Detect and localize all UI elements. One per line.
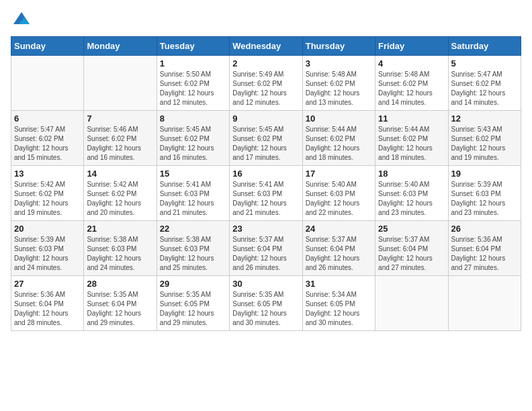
col-header-saturday: Saturday <box>448 37 521 56</box>
calendar-cell: 6Sunrise: 5:47 AM Sunset: 6:02 PM Daylig… <box>11 111 84 166</box>
day-info: Sunrise: 5:37 AM Sunset: 6:04 PM Dayligh… <box>232 235 299 273</box>
day-info: Sunrise: 5:48 AM Sunset: 6:02 PM Dayligh… <box>378 70 445 107</box>
day-info: Sunrise: 5:47 AM Sunset: 6:02 PM Dayligh… <box>14 125 81 163</box>
calendar-cell: 7Sunrise: 5:46 AM Sunset: 6:02 PM Daylig… <box>84 111 157 166</box>
calendar-table: SundayMondayTuesdayWednesdayThursdayFrid… <box>11 36 521 331</box>
day-number: 27 <box>14 279 81 289</box>
day-info: Sunrise: 5:42 AM Sunset: 6:02 PM Dayligh… <box>14 180 81 218</box>
day-info: Sunrise: 5:39 AM Sunset: 6:03 PM Dayligh… <box>451 180 518 218</box>
calendar-week-3: 13Sunrise: 5:42 AM Sunset: 6:02 PM Dayli… <box>11 166 521 221</box>
day-info: Sunrise: 5:38 AM Sunset: 6:03 PM Dayligh… <box>87 235 153 273</box>
calendar-cell: 16Sunrise: 5:41 AM Sunset: 6:03 PM Dayli… <box>230 166 302 221</box>
day-number: 24 <box>306 224 372 234</box>
calendar-cell: 20Sunrise: 5:39 AM Sunset: 6:03 PM Dayli… <box>11 221 84 276</box>
calendar-cell: 23Sunrise: 5:37 AM Sunset: 6:04 PM Dayli… <box>230 221 302 276</box>
calendar-cell: 2Sunrise: 5:49 AM Sunset: 6:02 PM Daylig… <box>230 56 302 111</box>
calendar-cell: 29Sunrise: 5:35 AM Sunset: 6:05 PM Dayli… <box>157 276 229 331</box>
calendar-cell <box>375 276 448 331</box>
day-number: 17 <box>306 169 372 179</box>
calendar-cell <box>84 56 157 111</box>
day-info: Sunrise: 5:43 AM Sunset: 6:02 PM Dayligh… <box>451 125 518 163</box>
col-header-thursday: Thursday <box>302 37 375 56</box>
calendar-week-1: 1Sunrise: 5:50 AM Sunset: 6:02 PM Daylig… <box>11 56 521 111</box>
day-number: 2 <box>232 58 299 68</box>
day-info: Sunrise: 5:46 AM Sunset: 6:02 PM Dayligh… <box>87 125 153 163</box>
day-number: 10 <box>306 113 372 124</box>
calendar-cell: 11Sunrise: 5:44 AM Sunset: 6:02 PM Dayli… <box>375 111 448 166</box>
day-number: 22 <box>160 224 226 234</box>
calendar-cell: 15Sunrise: 5:41 AM Sunset: 6:03 PM Dayli… <box>157 166 229 221</box>
calendar-cell: 19Sunrise: 5:39 AM Sunset: 6:03 PM Dayli… <box>448 166 521 221</box>
calendar-cell: 14Sunrise: 5:42 AM Sunset: 6:02 PM Dayli… <box>84 166 157 221</box>
day-info: Sunrise: 5:37 AM Sunset: 6:04 PM Dayligh… <box>378 235 445 273</box>
calendar-cell: 9Sunrise: 5:45 AM Sunset: 6:02 PM Daylig… <box>230 111 302 166</box>
day-info: Sunrise: 5:38 AM Sunset: 6:03 PM Dayligh… <box>160 235 226 273</box>
day-number: 28 <box>87 279 153 289</box>
day-info: Sunrise: 5:35 AM Sunset: 6:04 PM Dayligh… <box>87 290 153 328</box>
day-info: Sunrise: 5:45 AM Sunset: 6:02 PM Dayligh… <box>232 125 299 163</box>
day-number: 26 <box>451 224 518 234</box>
calendar-week-5: 27Sunrise: 5:36 AM Sunset: 6:04 PM Dayli… <box>11 276 521 331</box>
calendar-cell: 4Sunrise: 5:48 AM Sunset: 6:02 PM Daylig… <box>375 56 448 111</box>
day-info: Sunrise: 5:36 AM Sunset: 6:04 PM Dayligh… <box>451 235 518 273</box>
calendar-cell: 25Sunrise: 5:37 AM Sunset: 6:04 PM Dayli… <box>375 221 448 276</box>
calendar-cell: 27Sunrise: 5:36 AM Sunset: 6:04 PM Dayli… <box>11 276 84 331</box>
day-number: 19 <box>451 169 518 179</box>
day-number: 9 <box>232 113 299 124</box>
day-number: 13 <box>14 169 81 179</box>
day-info: Sunrise: 5:34 AM Sunset: 6:05 PM Dayligh… <box>306 290 372 328</box>
day-number: 8 <box>160 113 226 124</box>
day-info: Sunrise: 5:50 AM Sunset: 6:02 PM Dayligh… <box>160 70 226 107</box>
day-info: Sunrise: 5:36 AM Sunset: 6:04 PM Dayligh… <box>14 290 81 328</box>
calendar-cell: 28Sunrise: 5:35 AM Sunset: 6:04 PM Dayli… <box>84 276 157 331</box>
calendar-cell: 18Sunrise: 5:40 AM Sunset: 6:03 PM Dayli… <box>375 166 448 221</box>
day-info: Sunrise: 5:40 AM Sunset: 6:03 PM Dayligh… <box>378 180 445 218</box>
day-number: 4 <box>378 58 445 68</box>
day-number: 31 <box>306 279 372 289</box>
calendar-cell <box>11 56 84 111</box>
day-info: Sunrise: 5:47 AM Sunset: 6:02 PM Dayligh… <box>451 70 518 107</box>
col-header-friday: Friday <box>375 37 448 56</box>
day-info: Sunrise: 5:37 AM Sunset: 6:04 PM Dayligh… <box>306 235 372 273</box>
calendar-cell: 21Sunrise: 5:38 AM Sunset: 6:03 PM Dayli… <box>84 221 157 276</box>
day-number: 14 <box>87 169 153 179</box>
calendar-cell: 10Sunrise: 5:44 AM Sunset: 6:02 PM Dayli… <box>302 111 375 166</box>
calendar-cell: 13Sunrise: 5:42 AM Sunset: 6:02 PM Dayli… <box>11 166 84 221</box>
calendar-week-4: 20Sunrise: 5:39 AM Sunset: 6:03 PM Dayli… <box>11 221 521 276</box>
calendar-cell: 24Sunrise: 5:37 AM Sunset: 6:04 PM Dayli… <box>302 221 375 276</box>
day-number: 1 <box>160 58 226 68</box>
day-number: 5 <box>451 58 518 68</box>
calendar-cell: 31Sunrise: 5:34 AM Sunset: 6:05 PM Dayli… <box>302 276 375 331</box>
col-header-tuesday: Tuesday <box>157 37 229 56</box>
calendar-cell: 30Sunrise: 5:35 AM Sunset: 6:05 PM Dayli… <box>230 276 302 331</box>
day-info: Sunrise: 5:44 AM Sunset: 6:02 PM Dayligh… <box>306 125 372 163</box>
calendar-week-2: 6Sunrise: 5:47 AM Sunset: 6:02 PM Daylig… <box>11 111 521 166</box>
day-number: 23 <box>232 224 299 234</box>
day-number: 12 <box>451 113 518 124</box>
calendar-cell: 5Sunrise: 5:47 AM Sunset: 6:02 PM Daylig… <box>448 56 521 111</box>
day-number: 3 <box>306 58 372 68</box>
day-number: 15 <box>160 169 226 179</box>
day-number: 11 <box>378 113 445 124</box>
day-number: 16 <box>232 169 299 179</box>
calendar-cell: 17Sunrise: 5:40 AM Sunset: 6:03 PM Dayli… <box>302 166 375 221</box>
logo-icon <box>12 11 31 30</box>
day-info: Sunrise: 5:35 AM Sunset: 6:05 PM Dayligh… <box>160 290 226 328</box>
day-number: 7 <box>87 113 153 124</box>
logo <box>11 11 31 30</box>
day-number: 18 <box>378 169 445 179</box>
day-number: 6 <box>14 113 81 124</box>
calendar-cell: 22Sunrise: 5:38 AM Sunset: 6:03 PM Dayli… <box>157 221 229 276</box>
calendar-cell: 1Sunrise: 5:50 AM Sunset: 6:02 PM Daylig… <box>157 56 229 111</box>
day-info: Sunrise: 5:45 AM Sunset: 6:02 PM Dayligh… <box>160 125 226 163</box>
col-header-monday: Monday <box>84 37 157 56</box>
calendar-header: SundayMondayTuesdayWednesdayThursdayFrid… <box>11 37 521 56</box>
calendar-cell: 12Sunrise: 5:43 AM Sunset: 6:02 PM Dayli… <box>448 111 521 166</box>
col-header-sunday: Sunday <box>11 37 84 56</box>
day-number: 29 <box>160 279 226 289</box>
day-number: 25 <box>378 224 445 234</box>
day-info: Sunrise: 5:41 AM Sunset: 6:03 PM Dayligh… <box>160 180 226 218</box>
calendar-cell: 26Sunrise: 5:36 AM Sunset: 6:04 PM Dayli… <box>448 221 521 276</box>
day-info: Sunrise: 5:35 AM Sunset: 6:05 PM Dayligh… <box>232 290 299 328</box>
day-info: Sunrise: 5:49 AM Sunset: 6:02 PM Dayligh… <box>232 70 299 107</box>
